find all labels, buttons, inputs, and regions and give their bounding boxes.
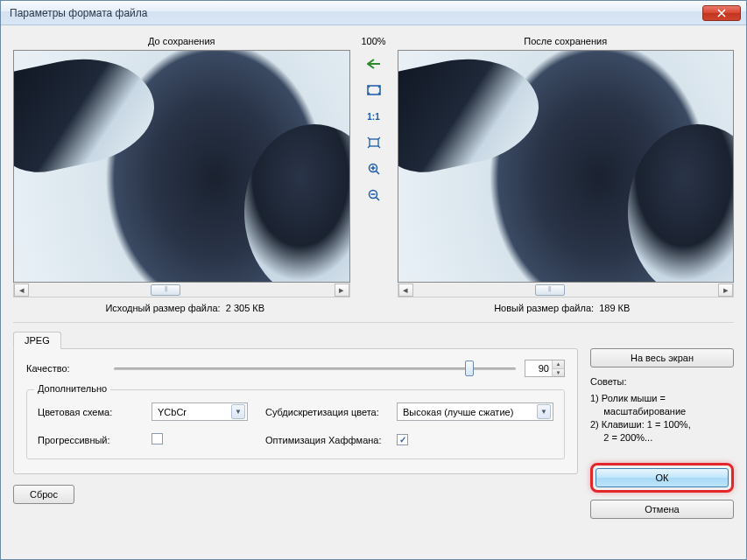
subsample-label: Субдискретизация цвета: [265, 407, 397, 417]
divider [13, 322, 734, 324]
spin-up-icon[interactable]: ▲ [552, 360, 564, 369]
scroll-left-icon[interactable]: ◂ [14, 284, 29, 297]
after-label: После сохранения [398, 34, 735, 50]
huffman-label: Оптимизация Хаффмана: [265, 435, 397, 445]
scroll-right-icon[interactable]: ▸ [718, 284, 733, 297]
zoom-out-icon[interactable] [365, 186, 383, 204]
cancel-button[interactable]: Отмена [590, 500, 734, 519]
window-title: Параметры формата файла [6, 7, 702, 19]
before-label: До сохранения [13, 34, 350, 50]
scroll-thumb[interactable] [535, 284, 565, 296]
tab-jpeg[interactable]: JPEG [13, 332, 61, 349]
zoom-in-icon[interactable] [365, 160, 383, 178]
zoom-percent: 100% [354, 34, 394, 50]
scroll-track[interactable] [413, 284, 719, 297]
scrollbar-before[interactable]: ◂ ▸ [13, 283, 350, 298]
fullscreen-zoom-icon[interactable] [365, 134, 383, 151]
tips-text: 1) Ролик мыши = масштабирование 2) Клави… [590, 392, 734, 444]
chevron-down-icon: ▼ [231, 404, 245, 419]
preview-after[interactable] [398, 50, 735, 283]
quality-spinner[interactable]: ▲ ▼ [525, 360, 565, 377]
dialog-window: Параметры формата файла До сохранения ◂ … [0, 0, 747, 560]
close-icon [717, 9, 726, 18]
one-to-one-icon[interactable]: 1:1 [365, 108, 383, 125]
preview-image-before [14, 51, 349, 282]
huffman-checkbox[interactable] [397, 434, 408, 445]
preview-image-after [398, 51, 734, 282]
chevron-down-icon: ▼ [537, 404, 551, 419]
tips-label: Советы: [590, 376, 734, 387]
close-button[interactable] [702, 5, 741, 21]
jpeg-tab-panel: JPEG Качество: ▲ ▼ [13, 348, 578, 474]
new-size-text: Новый размер файла: 189 КВ [394, 303, 731, 313]
titlebar: Параметры формата файла [1, 1, 746, 25]
scroll-left-icon[interactable]: ◂ [398, 284, 413, 297]
advanced-legend: Дополнительно [34, 383, 110, 394]
spin-down-icon[interactable]: ▼ [552, 369, 564, 377]
progressive-checkbox[interactable] [152, 433, 163, 444]
progressive-label: Прогрессивный: [38, 435, 152, 445]
color-scheme-label: Цветовая схема: [38, 407, 152, 417]
scroll-track[interactable] [29, 284, 335, 297]
preview-before[interactable] [13, 50, 350, 283]
reset-button[interactable]: Сброс [13, 485, 74, 504]
fit-screen-icon[interactable] [365, 81, 383, 99]
svg-rect-1 [370, 139, 378, 146]
original-size-text: Исходный размер файла: 2 305 КВ [17, 303, 354, 313]
ok-button[interactable]: ОК [595, 468, 729, 487]
scroll-right-icon[interactable]: ▸ [335, 284, 349, 297]
advanced-fieldset: Дополнительно Цветовая схема: YCbCr ▼ Су… [26, 389, 565, 459]
fullscreen-button[interactable]: На весь экран [590, 348, 734, 368]
quality-input[interactable] [525, 360, 552, 376]
color-scheme-combo[interactable]: YCbCr ▼ [152, 402, 248, 421]
slider-thumb[interactable] [465, 360, 474, 376]
subsample-combo[interactable]: Высокая (лучше сжатие) ▼ [397, 402, 553, 421]
quality-label: Качество: [26, 363, 105, 374]
ok-highlight: ОК [590, 463, 734, 493]
scrollbar-after[interactable]: ◂ ▸ [398, 283, 735, 298]
back-arrow-icon[interactable] [365, 55, 383, 73]
scroll-thumb[interactable] [151, 284, 180, 296]
quality-slider[interactable] [114, 360, 516, 377]
